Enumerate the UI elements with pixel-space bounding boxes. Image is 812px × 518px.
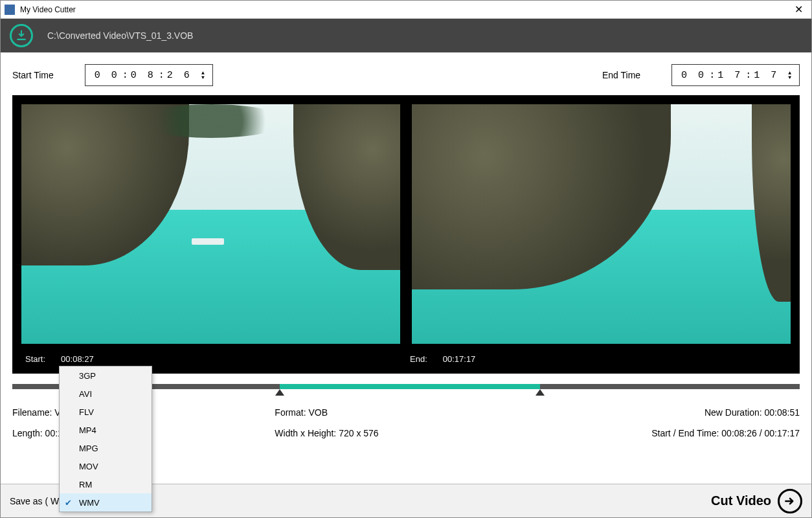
preview-start-value: 00:08:27 [61, 354, 94, 364]
newdur-label: New Duration: [705, 407, 762, 418]
format-option-flv[interactable]: FLV [60, 403, 152, 421]
end-frame-preview [412, 104, 791, 344]
end-mm[interactable]: 1 7 [717, 70, 743, 81]
format-option-3gp[interactable]: 3GP [60, 366, 152, 385]
logo-download-icon [10, 24, 33, 47]
end-ss[interactable]: 1 7 [754, 70, 779, 81]
preview-end-label: End: [410, 354, 427, 364]
format-option-mpg[interactable]: MPG [60, 439, 152, 457]
start-time-spinner[interactable]: ▲▼ [201, 71, 207, 80]
dims-value: 720 x 576 [339, 428, 379, 438]
main-content: Start Time 0 0 : 0 8 : 2 6 ▲▼ End Time 0… [1, 52, 811, 484]
newdur-cell: New Duration: 00:08:51 [537, 407, 800, 418]
arrow-right-icon [778, 489, 802, 513]
end-time-spinner[interactable]: ▲▼ [788, 71, 794, 80]
dims-label: Width x Height: [275, 428, 336, 438]
start-ss[interactable]: 2 6 [167, 70, 192, 81]
end-time-label: End Time [602, 70, 640, 80]
dims-cell: Width x Height: 720 x 576 [275, 428, 537, 438]
timeline-selection[interactable] [280, 384, 539, 389]
format-option-avi[interactable]: AVI [60, 385, 152, 403]
format-option-mp4[interactable]: MP4 [60, 421, 152, 439]
time-row: Start Time 0 0 : 0 8 : 2 6 ▲▼ End Time 0… [12, 64, 800, 86]
format-option-rm[interactable]: RM [60, 475, 152, 493]
start-time-label: Start Time [12, 70, 54, 80]
format-label: Format: [275, 407, 306, 418]
preview-frames [21, 104, 791, 344]
end-hh[interactable]: 0 0 [681, 70, 706, 81]
preview-start-label: Start: [25, 354, 45, 364]
startend-value: 00:08:26 / 00:17:17 [721, 428, 800, 438]
start-time-input[interactable]: 0 0 : 0 8 : 2 6 ▲▼ [85, 64, 213, 86]
startend-label: Start / End Time: [651, 428, 719, 438]
close-button[interactable]: ✕ [785, 1, 811, 18]
format-option-wmv[interactable]: WMV [60, 493, 152, 512]
format-cell: Format: VOB [275, 407, 537, 418]
window-title: My Video Cutter [20, 5, 785, 14]
start-mm[interactable]: 0 8 [131, 70, 156, 81]
startend-cell: Start / End Time: 00:08:26 / 00:17:17 [537, 428, 800, 438]
newdur-value: 00:08:51 [765, 407, 800, 418]
header-bar: C:\Converted Video\VTS_01_3.VOB [1, 19, 811, 52]
cut-video-label: Cut Video [711, 493, 771, 508]
preview-area: Start: 00:08:27 End: 00:17:17 [12, 95, 800, 374]
cut-video-button[interactable]: Cut Video [711, 489, 802, 513]
end-time-group: End Time 0 0 : 1 7 : 1 7 ▲▼ [602, 64, 800, 86]
start-frame-preview [21, 104, 400, 344]
start-hh[interactable]: 0 0 [95, 70, 120, 81]
start-time-group: Start Time 0 0 : 0 8 : 2 6 ▲▼ [12, 64, 213, 86]
length-label: Length: [12, 428, 43, 438]
app-icon [5, 5, 15, 15]
format-option-mov[interactable]: MOV [60, 457, 152, 475]
preview-end-value: 00:17:17 [443, 354, 476, 364]
end-time-input[interactable]: 0 0 : 1 7 : 1 7 ▲▼ [671, 64, 800, 86]
preview-end-label-row: End: 00:17:17 [406, 344, 791, 374]
filename-label: Filename: [12, 407, 52, 418]
titlebar: My Video Cutter ✕ [1, 1, 811, 19]
format-value: VOB [308, 407, 328, 418]
format-dropdown[interactable]: 3GPAVIFLVMP4MPGMOVRMWMV [59, 366, 152, 512]
file-path: C:\Converted Video\VTS_01_3.VOB [47, 30, 193, 41]
